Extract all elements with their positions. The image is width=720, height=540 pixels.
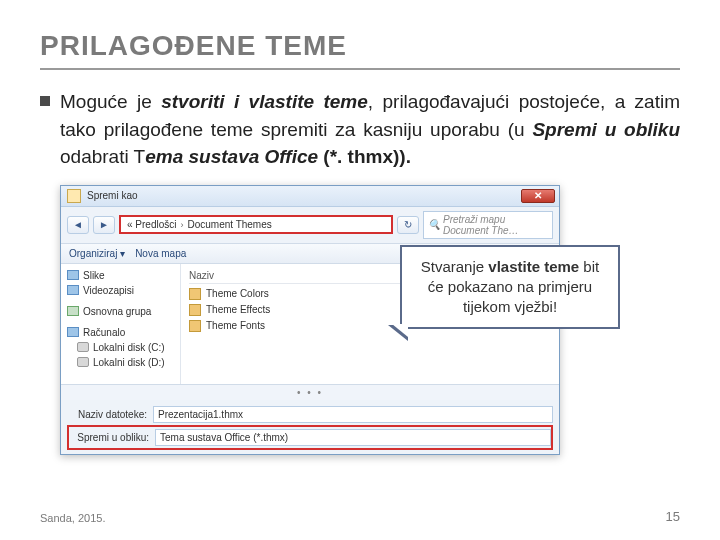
file-name: Theme Fonts (206, 320, 265, 331)
text-italic: stvoriti i vlastite teme (161, 91, 368, 112)
dialog-container: Spremi kao ✕ ◄ ► « Predlošci › Document … (60, 185, 560, 455)
close-button[interactable]: ✕ (521, 189, 555, 203)
paragraph: Moguće je stvoriti i vlastite teme, pril… (60, 88, 680, 171)
sidebar-item[interactable]: Videozapisi (61, 283, 180, 298)
folder-icon (189, 304, 201, 316)
breadcrumb[interactable]: « Predlošci › Document Themes (119, 215, 393, 234)
sidebar-item[interactable]: Lokalni disk (C:) (61, 340, 180, 355)
chevron-right-icon: › (180, 220, 183, 230)
folder-icon (67, 285, 79, 295)
search-input[interactable]: 🔍 Pretraži mapu Document The… (423, 211, 553, 239)
footer-author: Sanda, 2015. (40, 512, 105, 524)
refresh-button[interactable]: ↻ (397, 216, 419, 234)
text-bold: (*. thmx)). (318, 146, 411, 167)
bullet-item: Moguće je stvoriti i vlastite teme, pril… (40, 88, 680, 171)
homegroup-icon (67, 306, 79, 316)
text: Moguće je (60, 91, 161, 112)
forward-button[interactable]: ► (93, 216, 115, 234)
folder-icon (189, 288, 201, 300)
dialog-title: Spremi kao (87, 190, 138, 201)
savetype-label: Spremi u obliku: (69, 432, 149, 443)
savetype-row: Spremi u obliku: Tema sustava Office (*.… (67, 425, 553, 450)
callout-text: Stvaranje (421, 258, 489, 275)
sidebar-item-label: Slike (83, 270, 105, 281)
sidebar-item[interactable]: Lokalni disk (D:) (61, 355, 180, 370)
back-button[interactable]: ◄ (67, 216, 89, 234)
sidebar-item-label: Videozapisi (83, 285, 134, 296)
computer-icon (67, 327, 79, 337)
file-name: Theme Colors (206, 288, 269, 299)
page-number: 15 (666, 509, 680, 524)
folder-icon (67, 270, 79, 280)
new-folder-button[interactable]: Nova mapa (135, 248, 186, 259)
sidebar-item[interactable]: Osnovna grupa (61, 304, 180, 319)
savetype-field[interactable]: Tema sustava Office (*.thmx) (155, 429, 551, 446)
folder-icon (189, 320, 201, 332)
breadcrumb-a: « Predlošci (127, 219, 176, 230)
save-rows: Naziv datoteke: Prezentacija1.thmx Sprem… (61, 400, 559, 454)
breadcrumb-b: Document Themes (187, 219, 271, 230)
callout-bold: vlastite teme (488, 258, 579, 275)
dialog-titlebar[interactable]: Spremi kao ✕ (61, 186, 559, 207)
search-icon: 🔍 (428, 219, 440, 230)
filename-label: Naziv datoteke: (67, 409, 147, 420)
sidebar-item[interactable]: Računalo (61, 325, 180, 340)
nav-bar: ◄ ► « Predlošci › Document Themes ↻ 🔍 Pr… (61, 207, 559, 244)
disk-icon (77, 342, 89, 352)
text-italic: ema sustava Office (145, 146, 318, 167)
callout: Stvaranje vlastite teme bit će pokazano … (400, 245, 620, 330)
file-name: Theme Effects (206, 304, 270, 315)
text: odabrati T (60, 146, 145, 167)
sidebar-item-label: Lokalni disk (C:) (93, 342, 165, 353)
sidebar-item-label: Osnovna grupa (83, 306, 151, 317)
organize-button[interactable]: Organiziraj ▾ (69, 248, 125, 259)
filename-row: Naziv datoteke: Prezentacija1.thmx (67, 404, 553, 425)
sidebar-tree: Slike Videozapisi Osnovna grupa Računalo… (61, 264, 181, 384)
sidebar-item[interactable]: Slike (61, 268, 180, 283)
bullet-marker (40, 96, 50, 106)
search-placeholder: Pretraži mapu Document The… (443, 214, 548, 236)
slide-title: PRILAGOĐENE TEME (40, 30, 680, 70)
sidebar-item-label: Lokalni disk (D:) (93, 357, 165, 368)
save-icon (67, 189, 81, 203)
sidebar-item-label: Računalo (83, 327, 125, 338)
disk-icon (77, 357, 89, 367)
filename-field[interactable]: Prezentacija1.thmx (153, 406, 553, 423)
resize-grip: • • • (61, 384, 559, 400)
text-italic: Spremi u obliku (532, 119, 680, 140)
